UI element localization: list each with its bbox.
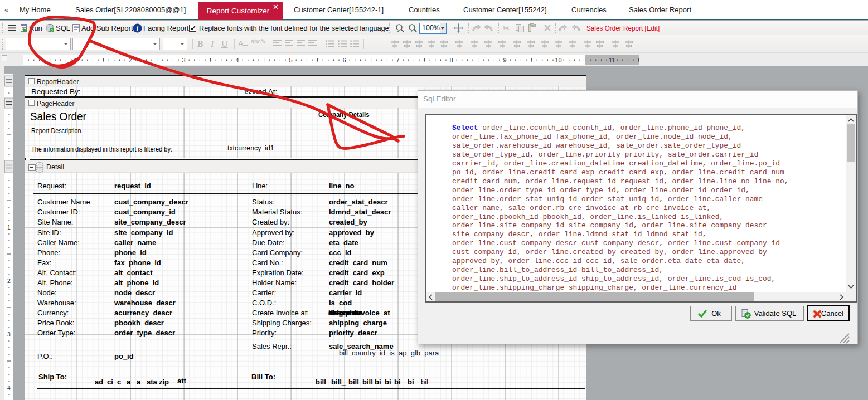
svg-text:4: 4 xyxy=(7,384,11,391)
svg-text:?: ? xyxy=(51,28,53,32)
svg-text:4: 4 xyxy=(236,57,239,64)
svg-text:3: 3 xyxy=(7,331,11,338)
svg-text:6: 6 xyxy=(343,57,346,64)
svg-text:11: 11 xyxy=(609,57,615,64)
svg-text:9: 9 xyxy=(503,57,507,64)
svg-text:+: + xyxy=(410,28,413,33)
svg-text:3: 3 xyxy=(182,57,186,64)
svg-text:5: 5 xyxy=(289,57,293,64)
svg-text:1: 1 xyxy=(75,57,79,64)
svg-text:8: 8 xyxy=(450,57,453,64)
svg-text:10: 10 xyxy=(555,57,561,64)
svg-text:1: 1 xyxy=(7,224,11,231)
svg-text:2: 2 xyxy=(7,277,11,284)
svg-text:-: - xyxy=(397,28,399,33)
svg-text:2: 2 xyxy=(129,57,132,64)
svg-text:7: 7 xyxy=(396,57,400,64)
